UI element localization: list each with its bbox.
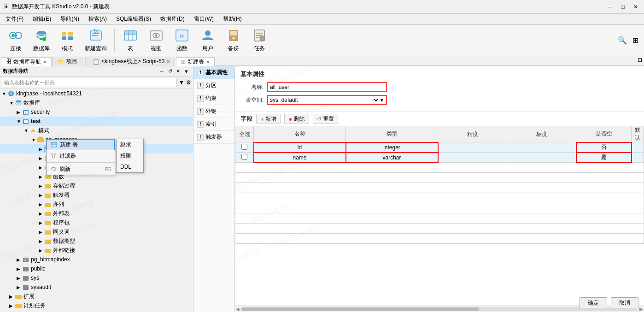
reset-field-button[interactable]: ↺ 重置: [313, 114, 338, 124]
expand-arrow-matviews[interactable]: ▶: [39, 165, 44, 170]
sub-menu-inherit[interactable]: 继承: [117, 139, 143, 150]
toolbar-user-button[interactable]: 用户: [196, 27, 220, 54]
toolbar-database-button[interactable]: 数据库: [29, 27, 53, 54]
expand-arrow-ext-links[interactable]: ▶: [39, 248, 44, 253]
expand-arrow-cronjobs[interactable]: ▶: [9, 303, 15, 308]
search-icon-toolbar[interactable]: 🔍: [616, 34, 629, 47]
sidebar-prop-partition[interactable]: f 分区: [193, 79, 234, 92]
tab-new-table[interactable]: ⊞ 新建表 ✕: [176, 57, 215, 66]
toolbar-view-button[interactable]: 视图: [144, 27, 168, 54]
tab-db-nav[interactable]: 🗄 数据库导航 ✕: [1, 57, 52, 66]
close-button[interactable]: ✕: [631, 4, 640, 10]
tree-item-schemas[interactable]: ▼ 模式: [0, 126, 193, 135]
sub-menu-permissions[interactable]: 权限: [117, 150, 143, 161]
expand-arrow-test[interactable]: ▼: [17, 119, 22, 124]
search-input[interactable]: [2, 78, 177, 87]
tree-item-public[interactable]: ▶ public: [0, 264, 193, 273]
menu-sql-editor[interactable]: SQL编辑器(S): [112, 14, 155, 24]
expand-arrow-datatypes[interactable]: ▶: [39, 239, 44, 244]
context-menu-refresh[interactable]: 刷新 F5: [47, 164, 115, 175]
tree-item-synonyms[interactable]: ▶ 同义词: [0, 227, 193, 236]
tree-item-sequences[interactable]: ▶ 序列: [0, 200, 193, 209]
tree-item-packages[interactable]: ▶ 程序包: [0, 218, 193, 227]
toolbar-function-button[interactable]: fx 函数: [170, 27, 194, 54]
prop-tablespace-select[interactable]: sys_default pg_default: [268, 95, 380, 105]
expand-arrow-sys[interactable]: ▶: [17, 276, 22, 281]
tree-item-sys[interactable]: ▶ sys: [0, 273, 193, 283]
panel-collapse-btn[interactable]: ↔: [158, 68, 166, 75]
expand-arrow-oa-manager[interactable]: ▼: [31, 137, 37, 142]
del-field-button[interactable]: ● 删除: [284, 114, 309, 124]
tree-item-kingbase[interactable]: ▼ K kingbase - localhost:54321: [0, 89, 193, 98]
menu-file[interactable]: 文件(F): [2, 14, 27, 24]
sidebar-prop-basic[interactable]: f 基本属性: [193, 66, 234, 79]
menu-window[interactable]: 窗口(W): [190, 14, 217, 24]
menu-edit[interactable]: 编辑(E): [29, 14, 55, 24]
toolbar-newquery-button[interactable]: fx 新建查询: [81, 27, 111, 54]
tree-item-databases[interactable]: ▼ 数据库: [0, 98, 193, 107]
tree-item-sysaudit[interactable]: ▶ sysaudit: [0, 283, 193, 292]
expand-arrow-ext-tables[interactable]: ▶: [39, 211, 44, 216]
sidebar-prop-foreignkey[interactable]: f 外键: [193, 105, 234, 118]
expand-arrow-storedprocs[interactable]: ▶: [39, 183, 44, 188]
row1-select[interactable]: [235, 142, 254, 153]
expand-arrow-tables[interactable]: ▶: [39, 147, 44, 152]
toolbar-connect-button[interactable]: 连接: [4, 27, 28, 54]
prop-name-input[interactable]: [267, 82, 387, 92]
cancel-button[interactable]: 取消: [611, 297, 638, 308]
context-menu-filter[interactable]: 过滤器: [47, 150, 115, 161]
tree-item-security[interactable]: ▶ security: [0, 107, 193, 117]
filter-options-icon[interactable]: ⚙: [186, 79, 191, 86]
panel-refresh-btn[interactable]: ↺: [167, 68, 174, 75]
panel-menu-btn[interactable]: ▼: [182, 68, 190, 75]
table-row[interactable]: name varchar: [235, 153, 644, 163]
expand-arrow-kingbase[interactable]: ▼: [2, 91, 7, 96]
row1-checkbox[interactable]: [241, 144, 247, 150]
confirm-button[interactable]: 确定: [580, 297, 607, 308]
tree-item-ext-tables[interactable]: ▶ 外部表: [0, 209, 193, 218]
expand-arrow-synonyms[interactable]: ▶: [39, 230, 44, 235]
menu-search[interactable]: 搜索(A): [85, 14, 111, 24]
context-menu-new-table[interactable]: 新建 表: [47, 139, 115, 150]
expand-arrow-security[interactable]: ▶: [17, 110, 22, 115]
new-table-tab-x[interactable]: ✕: [206, 59, 210, 65]
maximize-panel-icon[interactable]: ⊡: [638, 57, 642, 63]
toolbar-schema-button[interactable]: 模式: [55, 27, 79, 54]
tab-project[interactable]: 📁 项目: [53, 57, 82, 66]
expand-arrow-public[interactable]: ▶: [17, 266, 22, 271]
row2-checkbox[interactable]: [241, 154, 247, 160]
expand-arrow-databases[interactable]: ▼: [9, 100, 15, 106]
filter-icon[interactable]: ▼: [179, 79, 184, 86]
panel-close-btn[interactable]: ✕: [175, 68, 181, 75]
table-row[interactable]: id integer: [235, 142, 644, 153]
sidebar-prop-constraints[interactable]: f 约束: [193, 92, 234, 105]
sidebar-prop-trigger[interactable]: f 触发器: [193, 131, 234, 144]
tree-item-extensions[interactable]: ▶ 扩展: [0, 292, 193, 301]
script-tab-x[interactable]: ✕: [166, 59, 170, 64]
tree-item-test[interactable]: ▼ test: [0, 117, 193, 126]
expand-arrow-triggers[interactable]: ▶: [39, 193, 44, 198]
expand-arrow-sysaudit[interactable]: ▶: [17, 285, 22, 290]
maximize-button[interactable]: □: [618, 4, 627, 10]
toolbar-task-button[interactable]: 任务: [247, 27, 271, 54]
db-nav-tab-x[interactable]: ✕: [43, 59, 47, 65]
menu-help[interactable]: 帮助(H): [219, 14, 246, 24]
tree-item-datatypes[interactable]: ▶ 数据类型: [0, 236, 193, 246]
minimize-button[interactable]: ─: [605, 4, 615, 10]
expand-arrow-packages[interactable]: ▶: [39, 220, 44, 225]
expand-arrow-functions[interactable]: ▶: [39, 174, 44, 179]
tree-item-ext-links[interactable]: ▶ 外部链接: [0, 246, 193, 255]
tree-item-storedprocs[interactable]: ▶ 存储过程: [0, 181, 193, 190]
add-field-button[interactable]: + 新增: [256, 114, 281, 124]
expand-arrow-schemas[interactable]: ▼: [24, 128, 29, 133]
tree-item-cronjobs[interactable]: ▶ 计划任务: [0, 301, 193, 310]
tree-item-triggers[interactable]: ▶ 触发器: [0, 190, 193, 200]
row2-select[interactable]: [235, 153, 254, 163]
tree-item-tablespace[interactable]: ▶ 表空间: [0, 310, 193, 312]
menu-nav[interactable]: 导航(N): [57, 14, 83, 24]
expand-arrow-pgbitmap[interactable]: ▶: [17, 257, 22, 262]
menu-database[interactable]: 数据库(D): [157, 14, 188, 24]
expand-arrow-extensions[interactable]: ▶: [9, 294, 15, 299]
toolbar-table-button[interactable]: 表: [118, 27, 142, 54]
sidebar-prop-index[interactable]: f 索引: [193, 118, 234, 131]
